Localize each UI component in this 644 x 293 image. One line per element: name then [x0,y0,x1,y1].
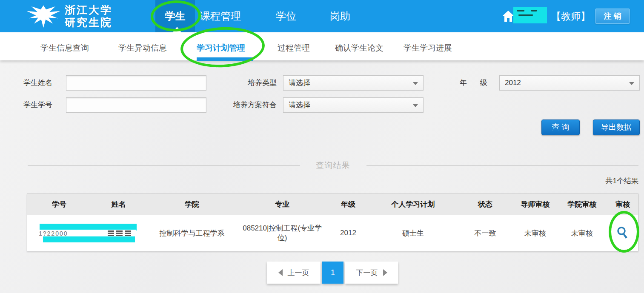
col-header-mentor-review: 导师审核 [514,194,556,215]
chevron-down-icon [629,82,634,85]
next-label: 下一页 [356,268,378,278]
col-header-college-review: 学院审核 [556,194,607,215]
plan-conform-label: 培养方案符合 [225,97,277,113]
col-header-status: 状态 [457,194,514,215]
arrow-right-icon [383,269,387,276]
training-type-label: 培养类型 [230,75,277,91]
plan-conform-value: 请选择 [289,101,310,109]
cell-college-review: 未审核 [556,215,607,251]
plan-conform-select[interactable]: 请选择 [283,97,424,113]
main-nav-degree[interactable]: 学位 [276,0,296,32]
export-data-button[interactable]: 导出数据 [593,119,640,135]
pagination-next-button[interactable]: 下一页 [345,262,398,284]
home-icon[interactable] [502,10,514,23]
student-name-input[interactable] [66,75,206,91]
tab-process-management[interactable]: 过程管理 [278,43,310,54]
active-tab-underline [197,57,253,61]
content-area: 学生姓名 培养类型 请选择 年 级 2012 学生学号 培养方案符合 请选择 查… [0,60,644,293]
student-name-label: 学生姓名 [23,75,52,91]
divider-line [28,165,300,166]
magnifier-review-icon[interactable] [616,226,629,240]
top-header: 浙江大学 研究生院 学生 课程管理 学位 岗助 【教师】 注 销 [0,0,644,32]
prev-label: 上一页 [288,268,309,278]
results-divider: 查询结果 [28,160,638,171]
redaction-box-student-row: 1?22000 [34,224,137,243]
app-window: 浙江大学 研究生院 学生 课程管理 学位 岗助 【教师】 注 销 学生信息查询 … [0,0,644,293]
main-nav-courses[interactable]: 课程管理 [200,0,241,32]
results-section-title: 查询结果 [316,160,350,171]
grade-select[interactable]: 2012 [499,75,640,91]
result-count: 共1个结果 [606,176,638,186]
cell-college: 控制科学与工程学系 [146,215,238,251]
divider-line [366,165,639,166]
user-role-badge: 【教师】 [551,0,590,32]
table-header-row: 学号 姓名 学院 专业 年级 个人学习计划 状态 导师审核 学院审核 审核 [27,194,638,215]
training-type-value: 请选择 [289,79,310,87]
pagination-current-page[interactable]: 1 [322,262,343,284]
tab-confirm-thesis[interactable]: 确认学生论文 [335,43,384,54]
tab-study-progress[interactable]: 学生学习进展 [404,43,452,54]
sub-nav-bar: 学生信息查询 学生异动信息 学习计划管理 过程管理 确认学生论文 学生学习进展 [0,32,644,60]
col-header-major: 专业 [238,194,327,215]
active-nav-caret [173,27,181,32]
logout-button[interactable]: 注 销 [595,9,630,24]
tab-student-info-query[interactable]: 学生信息查询 [40,43,89,54]
main-nav-assistantship[interactable]: 岗助 [330,0,350,32]
col-header-college: 学院 [146,194,238,215]
grade-label: 年 级 [460,75,487,91]
cell-status: 不一致 [457,215,514,251]
cell-mentor-review: 未审核 [514,215,556,251]
university-logo-text: 浙江大学 研究生院 [65,4,112,28]
cell-major: 085210|控制工程(专业学位) [238,215,327,251]
training-type-select[interactable]: 请选择 [283,75,424,91]
col-header-review: 审核 [607,194,638,215]
student-id-fragment: 1?22000 [39,230,68,237]
col-header-grade: 年级 [327,194,369,215]
search-button[interactable]: 查 询 [541,119,580,135]
tab-study-plan-management[interactable]: 学习计划管理 [197,43,245,54]
col-header-personal-plan: 个人学习计划 [369,194,457,215]
cell-personal-plan: 硕士生 [369,215,457,251]
redaction-strip-bottom [43,236,135,242]
redaction-box-username [513,7,547,23]
tab-student-change-info[interactable]: 学生异动信息 [118,43,167,54]
student-id-label: 学生学号 [23,97,52,113]
results-table: 学号 姓名 学院 专业 年级 个人学习计划 状态 导师审核 学院审核 审核 控制… [27,193,638,251]
cell-grade: 2012 [327,215,369,251]
pagination-prev-button[interactable]: 上一页 [267,262,321,284]
student-id-input[interactable] [66,97,206,113]
grade-value: 2012 [505,79,521,87]
col-header-student-id: 学号 [27,194,91,215]
arrow-left-icon [278,269,283,276]
chevron-down-icon [413,104,418,107]
chevron-down-icon [413,82,418,85]
col-header-name: 姓名 [91,194,146,215]
university-logo-eagle-icon [25,3,62,30]
